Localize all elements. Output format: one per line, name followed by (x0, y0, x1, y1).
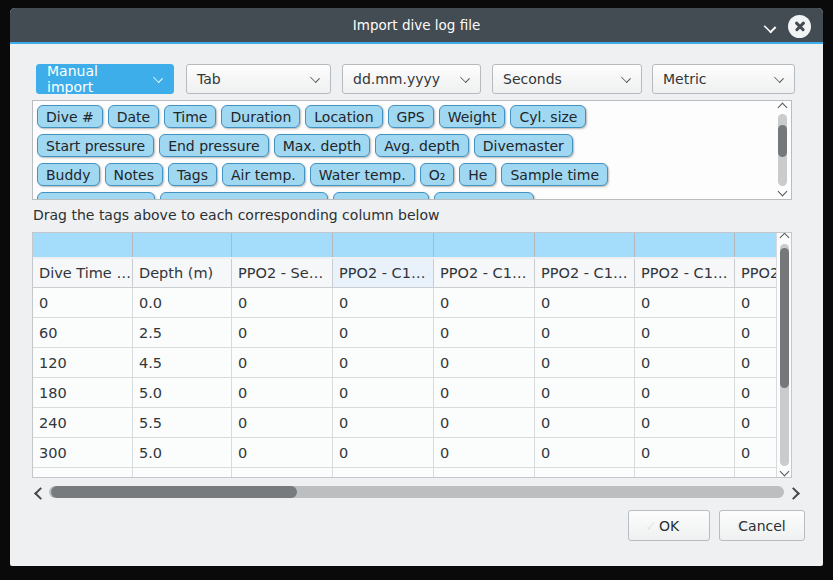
table-cell: 0 (535, 438, 635, 467)
ok-button[interactable]: ✓ OK (628, 510, 710, 541)
column-drop-target[interactable] (232, 233, 333, 257)
tag-chip[interactable]: Tags (168, 163, 217, 186)
scrollbar-thumb[interactable] (51, 486, 297, 498)
chevron-down-icon (621, 74, 631, 84)
table-cell: 0 (735, 408, 776, 437)
tag-chip[interactable] (37, 192, 155, 200)
scroll-down-icon[interactable] (777, 189, 787, 197)
collapse-chevron-down-icon[interactable] (764, 20, 776, 32)
scrollbar-track[interactable] (778, 114, 787, 186)
table-cell: 0 (333, 348, 434, 377)
import-dive-log-dialog: Import dive log file Manual import Tab d… (10, 8, 823, 566)
table-cell: 0 (535, 348, 635, 377)
column-drop-row (33, 233, 776, 259)
tag-chip[interactable] (434, 192, 534, 200)
column-header[interactable]: PPO2 - Se… (232, 259, 333, 287)
table-cell: 300 (33, 438, 133, 467)
tag-chip[interactable]: Divemaster (474, 134, 573, 157)
table-cell: 0 (735, 378, 776, 407)
table-cell: 0 (232, 288, 333, 317)
table-cell: 0 (232, 378, 333, 407)
column-drop-target[interactable] (535, 233, 635, 257)
tag-chip[interactable]: Air temp. (222, 163, 305, 186)
table-cell: 0 (535, 378, 635, 407)
column-header[interactable]: Depth (m) (133, 259, 232, 287)
tag-chip[interactable]: Start pressure (37, 134, 154, 157)
table-cell: 0 (434, 378, 535, 407)
column-drop-target[interactable] (635, 233, 735, 257)
tag-chip[interactable]: Sample time (501, 163, 608, 186)
horizontal-scrollbar[interactable] (34, 484, 799, 500)
tag-panel-scrollbar[interactable] (775, 103, 789, 197)
scroll-up-icon[interactable] (779, 233, 789, 241)
table-main: Dive Time …Depth (m)PPO2 - Se…PPO2 - C1…… (33, 233, 776, 477)
table-row (33, 468, 776, 477)
tag-chip[interactable]: Notes (105, 163, 163, 186)
tag-chip[interactable]: GPS (388, 105, 434, 128)
tag-row: BuddyNotesTagsAir temp.Water temp.O₂HeSa… (37, 163, 771, 186)
tag-chip[interactable]: Avg. depth (375, 134, 469, 157)
scroll-left-icon[interactable] (34, 486, 43, 498)
chevron-down-icon (774, 74, 784, 84)
tag-chip[interactable]: O₂ (420, 163, 455, 186)
column-header[interactable]: PPO2 - C1… (434, 259, 535, 287)
column-header[interactable]: PPO2 - C1… (635, 259, 735, 287)
column-drop-target[interactable] (33, 233, 133, 257)
units-value: Metric (663, 71, 766, 87)
tag-chip[interactable]: Time (164, 105, 216, 128)
scrollbar-track[interactable] (49, 486, 784, 498)
titlebar: Import dive log file (10, 8, 823, 44)
chevron-down-icon (310, 74, 320, 84)
scroll-down-icon[interactable] (779, 469, 789, 477)
table-cell: 0 (635, 438, 735, 467)
tag-chip[interactable] (333, 192, 429, 200)
table-cell (232, 468, 333, 477)
table-row: 1805.0000000 (33, 378, 776, 408)
table-cell (735, 468, 776, 477)
scrollbar-track[interactable] (780, 244, 789, 466)
table-cell: 2.5 (133, 318, 232, 347)
units-select[interactable]: Metric (652, 64, 795, 94)
table-cell (434, 468, 535, 477)
column-header[interactable]: PPO2 - C1… (333, 259, 434, 287)
dialog-buttons: ✓ OK ⊘ Cancel (628, 510, 805, 541)
close-icon[interactable] (788, 15, 811, 38)
window-title: Import dive log file (353, 17, 480, 33)
tag-chip[interactable]: Location (305, 105, 382, 128)
scrollbar-thumb[interactable] (780, 248, 789, 388)
tag-chip[interactable]: End pressure (159, 134, 269, 157)
table-cell: 0 (735, 318, 776, 347)
tag-row: Dive #DateTimeDurationLocationGPSWeightC… (37, 105, 771, 128)
tag-chip[interactable]: Weight (439, 105, 506, 128)
import-mode-select[interactable]: Manual import (36, 64, 174, 94)
tag-chip[interactable]: Duration (221, 105, 300, 128)
table-header-row: Dive Time …Depth (m)PPO2 - Se…PPO2 - C1…… (33, 259, 776, 288)
tag-chip[interactable]: Water temp. (310, 163, 415, 186)
table-cell: 180 (33, 378, 133, 407)
table-cell: 5.0 (133, 438, 232, 467)
column-header[interactable]: PPO2 - C1… (535, 259, 635, 287)
table-cell: 0 (434, 348, 535, 377)
scrollbar-thumb[interactable] (778, 125, 787, 157)
tag-chip[interactable]: Max. depth (274, 134, 371, 157)
tag-chip[interactable]: Dive # (37, 105, 103, 128)
tag-chip[interactable]: Cyl. size (510, 105, 586, 128)
separator-select[interactable]: Tab (186, 64, 331, 94)
column-drop-target[interactable] (133, 233, 232, 257)
tag-chip[interactable]: Buddy (37, 163, 100, 186)
column-drop-target[interactable] (434, 233, 535, 257)
table-cell: 0.0 (133, 288, 232, 317)
date-format-select[interactable]: dd.mm.yyyy (342, 64, 481, 94)
column-header[interactable]: PPO2 (735, 259, 776, 287)
table-scrollbar[interactable] (776, 233, 791, 477)
scroll-right-icon[interactable] (790, 486, 799, 498)
column-drop-target[interactable] (735, 233, 776, 257)
scroll-up-icon[interactable] (777, 103, 787, 111)
tag-chip[interactable]: He (459, 163, 496, 186)
column-drop-target[interactable] (333, 233, 434, 257)
cancel-button[interactable]: ⊘ Cancel (719, 510, 805, 541)
column-header[interactable]: Dive Time … (33, 259, 133, 287)
duration-format-select[interactable]: Seconds (492, 64, 642, 94)
tag-chip[interactable] (160, 192, 328, 200)
tag-chip[interactable]: Date (108, 105, 159, 128)
